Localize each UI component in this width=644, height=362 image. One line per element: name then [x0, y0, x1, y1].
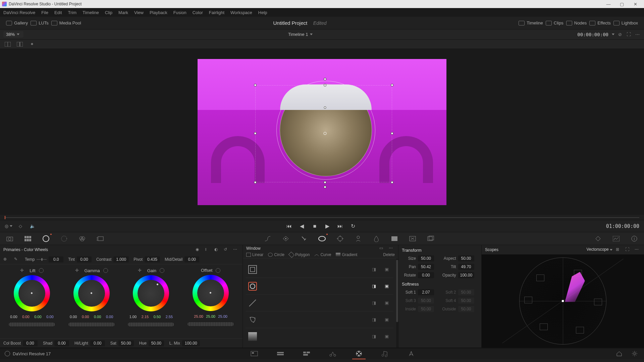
add-curve-window[interactable]: Curve — [314, 252, 331, 257]
bypass-icon[interactable]: ⊘ — [616, 32, 623, 37]
window-icon[interactable] — [318, 235, 326, 242]
nodes-toggle[interactable]: Nodes — [565, 19, 588, 27]
mask-icon[interactable]: ▣ — [385, 300, 391, 306]
menu-fusion[interactable]: Fusion — [173, 10, 186, 15]
prev-clip-button[interactable]: ⏮ — [285, 223, 293, 229]
gain-color-wheel[interactable] — [133, 275, 169, 311]
reset-icon[interactable]: ↺ — [224, 247, 230, 252]
mask-handle[interactable] — [254, 84, 257, 86]
gamma-master-wheel[interactable] — [68, 322, 115, 327]
chevron-down-icon[interactable] — [612, 34, 614, 35]
mini-timeline[interactable] — [0, 215, 644, 220]
reverse-button[interactable]: ◀ — [298, 223, 306, 229]
options-icon[interactable]: ⋯ — [634, 32, 641, 37]
luts-toggle[interactable]: LUTs — [29, 19, 50, 27]
window-item-linear[interactable]: ◨ ▣ — [246, 261, 393, 278]
mask-handle[interactable] — [391, 84, 393, 86]
3d-icon[interactable] — [426, 235, 435, 242]
qualifier-icon[interactable] — [300, 235, 308, 242]
menu-help[interactable]: Help — [258, 10, 267, 15]
grab-still-icon[interactable]: ◇ — [17, 223, 24, 229]
image-wipe-icon[interactable] — [4, 41, 11, 47]
mask-handle[interactable] — [324, 186, 326, 188]
sizing-icon[interactable] — [408, 235, 417, 242]
mask-handle[interactable] — [254, 181, 257, 183]
magic-mask-icon[interactable] — [354, 235, 363, 242]
menu-mark[interactable]: Mark — [118, 10, 128, 15]
mask-icon[interactable]: ▣ — [385, 317, 391, 322]
split-screen-icon[interactable] — [16, 41, 23, 47]
scope-more-icon[interactable]: ⋯ — [635, 247, 641, 252]
gallery-toggle[interactable]: Gallery — [5, 19, 29, 27]
scopes-icon[interactable] — [612, 235, 621, 242]
offset-b[interactable]: 25.00 — [217, 314, 228, 318]
offset-r[interactable]: 25.00 — [193, 314, 204, 318]
menu-davinci[interactable]: DaVinci Resolve — [3, 10, 35, 15]
middetail-value[interactable]: 0.00 — [184, 256, 199, 262]
invert-icon[interactable]: ◨ — [372, 284, 378, 289]
stop-button[interactable]: ■ — [311, 223, 319, 229]
size-value[interactable]: 50.00 — [418, 255, 434, 261]
color-page-icon[interactable] — [354, 350, 364, 357]
play-button[interactable]: ▶ — [323, 223, 331, 229]
zoom-dropdown[interactable]: 38% — [3, 31, 23, 38]
menu-file[interactable]: File — [41, 10, 48, 15]
mute-icon[interactable]: 🔈 — [29, 223, 36, 229]
mask-rotate-handle[interactable] — [324, 78, 326, 80]
mask-icon[interactable]: ▣ — [385, 284, 391, 289]
color-wheels-icon[interactable] — [42, 235, 50, 242]
wheels-mode-icon[interactable]: ◉ — [196, 247, 202, 252]
hdr-wheels-icon[interactable] — [60, 235, 68, 242]
menu-timeline[interactable]: Timeline — [83, 10, 99, 15]
scope-mode-dropdown[interactable]: Vectorscope — [587, 247, 612, 252]
menu-fairlight[interactable]: Fairlight — [209, 10, 224, 15]
lift-y[interactable]: 0.00 — [8, 315, 19, 319]
unmix-icon[interactable]: ◎ — [5, 223, 12, 229]
tilt-value[interactable]: 49.70 — [458, 264, 474, 270]
mask-handle[interactable] — [324, 181, 326, 183]
menu-view[interactable]: View — [134, 10, 144, 15]
rgb-mixer-icon[interactable] — [78, 235, 87, 242]
window-item-curve[interactable]: ◨ ▣ — [246, 295, 393, 311]
offset-color-wheel[interactable] — [193, 275, 229, 311]
mask-handle[interactable] — [391, 181, 393, 183]
tracker-icon[interactable] — [336, 235, 344, 242]
gain-reset-icon[interactable] — [160, 268, 164, 273]
mask-handle[interactable] — [391, 132, 393, 134]
gamma-g[interactable]: 0.00 — [92, 315, 103, 319]
add-circle-window[interactable]: Circle — [268, 252, 284, 257]
settings-icon[interactable] — [630, 350, 639, 357]
effects-toggle[interactable]: Effects — [588, 19, 612, 27]
offset-g[interactable]: 25.00 — [205, 314, 216, 318]
menu-edit[interactable]: Edit — [54, 10, 62, 15]
clips-toggle[interactable]: Clips — [544, 19, 565, 27]
menu-clip[interactable]: Clip — [105, 10, 112, 15]
temp-value[interactable]: 0.0 — [49, 256, 63, 262]
invert-icon[interactable]: ◨ — [372, 334, 378, 339]
delete-window[interactable]: Delete — [383, 252, 395, 257]
colboost-value[interactable]: 0.00 — [23, 340, 38, 346]
temp-slider[interactable] — [37, 259, 47, 260]
highlight-icon[interactable]: ✦ — [28, 41, 36, 47]
menu-playback[interactable]: Playback — [150, 10, 167, 15]
mask-handle[interactable] — [254, 132, 257, 134]
minimize-button[interactable]: — — [602, 0, 615, 8]
loop-button[interactable]: ↻ — [349, 223, 357, 229]
viewer-timecode[interactable]: 00:00:00:00 — [577, 32, 608, 37]
add-linear-window[interactable]: Linear — [246, 252, 263, 257]
media-page-icon[interactable] — [250, 350, 259, 357]
motion-effects-icon[interactable] — [96, 235, 105, 242]
log-mode-icon[interactable]: ◐ — [214, 247, 220, 252]
color-warper-icon[interactable] — [281, 235, 290, 242]
window-item-gradient[interactable]: ◨ ▣ — [246, 328, 393, 345]
shad-value[interactable]: 0.00 — [54, 340, 69, 346]
viewer[interactable] — [0, 49, 644, 215]
scope-display[interactable] — [482, 254, 644, 348]
lift-reset-icon[interactable] — [39, 268, 44, 273]
fusion-page-icon[interactable] — [328, 350, 337, 357]
media-pool-toggle[interactable]: Media Pool — [50, 19, 83, 27]
invert-icon[interactable]: ◨ — [372, 267, 378, 272]
edit-page-icon[interactable] — [302, 350, 311, 357]
picker-icon[interactable]: ✎ — [14, 257, 20, 262]
gamma-reset-icon[interactable] — [103, 268, 108, 273]
